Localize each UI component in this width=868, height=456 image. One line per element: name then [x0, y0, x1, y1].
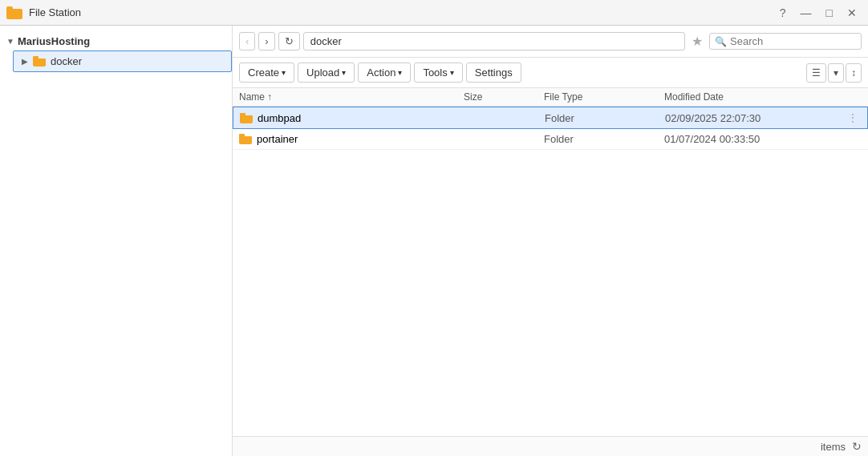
- file-name: portainer: [257, 133, 298, 145]
- sidebar-item-docker[interactable]: ▶ docker: [13, 50, 232, 72]
- tools-label: Tools: [423, 67, 447, 79]
- header-menu: [846, 91, 862, 103]
- search-icon: 🔍: [715, 36, 727, 47]
- action-bar: Create ▾ Upload ▾ Action ▾ Tools ▾ Setti…: [233, 58, 868, 88]
- settings-button[interactable]: Settings: [466, 63, 521, 83]
- sort-button[interactable]: ↕: [846, 63, 862, 83]
- forward-button[interactable]: ›: [258, 32, 274, 50]
- app-title: File Station: [29, 6, 81, 18]
- docker-label: docker: [51, 55, 82, 67]
- header-size[interactable]: Size: [464, 91, 544, 103]
- sort-arrow-icon: ↑: [267, 91, 272, 103]
- sidebar-root[interactable]: ▼ MariusHosting: [0, 32, 232, 50]
- back-button[interactable]: ‹: [239, 32, 255, 50]
- table-row[interactable]: portainer Folder 01/07/2024 00:33:50: [233, 129, 868, 150]
- row-menu-button[interactable]: ⋮: [845, 111, 861, 124]
- folder-icon: [239, 134, 252, 144]
- table-row[interactable]: dumbpad Folder 02/09/2025 22:07:30 ⋮: [233, 107, 868, 129]
- action-button[interactable]: Action ▾: [358, 63, 411, 83]
- tools-caret: ▾: [450, 68, 454, 77]
- title-bar: File Station ? — □ ✕: [0, 0, 868, 26]
- items-label: items: [821, 441, 846, 453]
- status-refresh-button[interactable]: ↻: [852, 440, 862, 453]
- create-label: Create: [248, 67, 279, 79]
- main-container: ▼ MariusHosting ▶ docker ‹ › ↻ ★ 🔍: [0, 26, 868, 456]
- maximize-button[interactable]: □: [821, 5, 838, 21]
- list-view-button[interactable]: ☰: [806, 63, 826, 83]
- settings-label: Settings: [475, 67, 513, 79]
- create-caret: ▾: [282, 68, 286, 77]
- file-header: Name ↑ Size File Type Modified Date: [233, 88, 868, 107]
- title-bar-left: File Station: [6, 6, 81, 19]
- upload-label: Upload: [306, 67, 339, 79]
- folder-icon: [33, 56, 46, 67]
- star-button[interactable]: ★: [688, 32, 706, 50]
- refresh-button[interactable]: ↻: [278, 32, 300, 50]
- file-name-cell: dumbpad: [240, 112, 464, 124]
- header-modified[interactable]: Modified Date: [664, 91, 846, 103]
- file-list: Name ↑ Size File Type Modified Date: [233, 88, 868, 436]
- file-name-cell: portainer: [239, 133, 464, 145]
- header-name[interactable]: Name ↑: [239, 91, 464, 103]
- tools-button[interactable]: Tools ▾: [414, 63, 462, 83]
- folder-icon: [240, 113, 253, 123]
- action-label: Action: [367, 67, 395, 79]
- file-date: 02/09/2025 22:07:30: [665, 112, 845, 124]
- sidebar-tree: ▼ MariusHosting ▶ docker: [0, 26, 232, 79]
- file-type: Folder: [545, 112, 665, 124]
- window-controls: ? — □ ✕: [775, 5, 862, 21]
- view-dropdown-button[interactable]: ▾: [828, 63, 844, 83]
- path-input[interactable]: [303, 32, 685, 50]
- upload-button[interactable]: Upload ▾: [298, 63, 355, 83]
- search-input[interactable]: [730, 35, 856, 47]
- file-type: Folder: [544, 133, 664, 145]
- file-date: 01/07/2024 00:33:50: [664, 133, 846, 145]
- help-button[interactable]: ?: [775, 5, 791, 21]
- sidebar: ▼ MariusHosting ▶ docker: [0, 26, 233, 456]
- app-icon: [6, 6, 22, 19]
- create-button[interactable]: Create ▾: [239, 63, 294, 83]
- header-filetype[interactable]: File Type: [544, 91, 664, 103]
- minimize-button[interactable]: —: [796, 5, 817, 21]
- action-caret: ▾: [398, 68, 402, 77]
- root-label: MariusHosting: [18, 35, 90, 47]
- file-name: dumbpad: [258, 112, 301, 124]
- docker-arrow: ▶: [22, 57, 28, 66]
- upload-caret: ▾: [342, 68, 346, 77]
- root-arrow: ▼: [6, 37, 14, 46]
- toolbar: ‹ › ↻ ★ 🔍: [233, 26, 868, 58]
- content-area: ‹ › ↻ ★ 🔍 Create ▾ Upload ▾ Action ▾: [233, 26, 868, 456]
- search-box: 🔍: [709, 33, 862, 50]
- view-controls: ☰ ▾ ↕: [806, 63, 862, 83]
- close-button[interactable]: ✕: [842, 5, 862, 21]
- status-bar: items ↻: [233, 436, 868, 456]
